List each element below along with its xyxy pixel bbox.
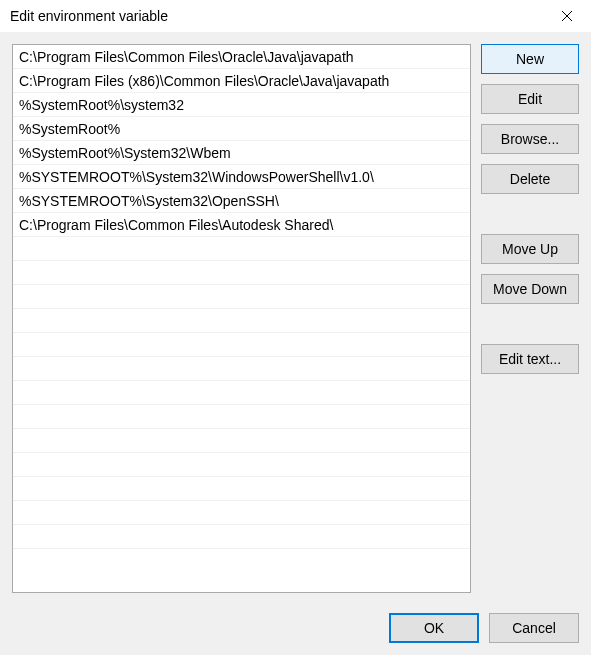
move-down-button[interactable]: Move Down: [481, 274, 579, 304]
spacer: [481, 314, 579, 344]
delete-button[interactable]: Delete: [481, 164, 579, 194]
list-item[interactable]: %SystemRoot%\System32\Wbem: [13, 141, 470, 165]
dialog-title: Edit environment variable: [10, 8, 168, 24]
list-item-empty[interactable]: [13, 237, 470, 261]
list-item[interactable]: %SystemRoot%: [13, 117, 470, 141]
list-item-empty[interactable]: [13, 357, 470, 381]
list-item-empty[interactable]: [13, 309, 470, 333]
list-item-empty[interactable]: [13, 429, 470, 453]
list-item[interactable]: %SystemRoot%\system32: [13, 93, 470, 117]
list-item-empty[interactable]: [13, 501, 470, 525]
list-item[interactable]: C:\Program Files\Common Files\Oracle\Jav…: [13, 45, 470, 69]
ok-button[interactable]: OK: [389, 613, 479, 643]
list-item-empty[interactable]: [13, 477, 470, 501]
list-item-empty[interactable]: [13, 525, 470, 549]
list-item[interactable]: %SYSTEMROOT%\System32\WindowsPowerShell\…: [13, 165, 470, 189]
close-icon: [561, 10, 573, 22]
browse-button[interactable]: Browse...: [481, 124, 579, 154]
move-up-button[interactable]: Move Up: [481, 234, 579, 264]
side-button-column: New Edit Browse... Delete Move Up Move D…: [481, 44, 579, 593]
list-item-empty[interactable]: [13, 333, 470, 357]
list-item-empty[interactable]: [13, 405, 470, 429]
dialog-footer: OK Cancel: [12, 593, 579, 643]
path-listbox[interactable]: C:\Program Files\Common Files\Oracle\Jav…: [12, 44, 471, 593]
list-item-empty[interactable]: [13, 285, 470, 309]
spacer: [481, 204, 579, 234]
edit-button[interactable]: Edit: [481, 84, 579, 114]
list-item[interactable]: C:\Program Files\Common Files\Autodesk S…: [13, 213, 470, 237]
dialog-window: Edit environment variable C:\Program Fil…: [0, 0, 591, 655]
new-button[interactable]: New: [481, 44, 579, 74]
list-item-empty[interactable]: [13, 453, 470, 477]
list-item-empty[interactable]: [13, 261, 470, 285]
dialog-content: C:\Program Files\Common Files\Oracle\Jav…: [0, 32, 591, 655]
main-row: C:\Program Files\Common Files\Oracle\Jav…: [12, 44, 579, 593]
edit-text-button[interactable]: Edit text...: [481, 344, 579, 374]
cancel-button[interactable]: Cancel: [489, 613, 579, 643]
list-item[interactable]: %SYSTEMROOT%\System32\OpenSSH\: [13, 189, 470, 213]
list-item[interactable]: C:\Program Files (x86)\Common Files\Orac…: [13, 69, 470, 93]
titlebar: Edit environment variable: [0, 0, 591, 32]
list-item-empty[interactable]: [13, 381, 470, 405]
close-button[interactable]: [551, 2, 583, 30]
